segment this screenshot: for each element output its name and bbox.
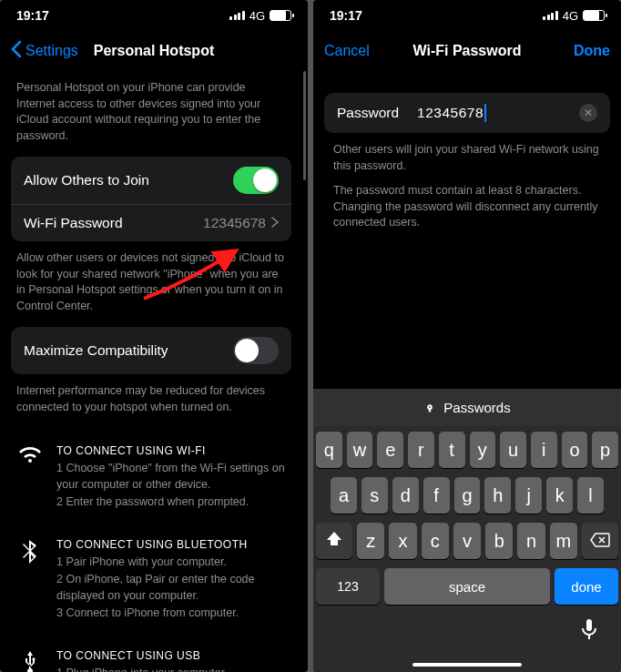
hotspot-intro-text: Personal Hotspot on your iPhone can prov…: [0, 71, 302, 157]
scroll-area[interactable]: Personal Hotspot on your iPhone can prov…: [0, 71, 308, 672]
key-w[interactable]: w: [347, 432, 373, 468]
key-e[interactable]: e: [377, 432, 403, 468]
key-icon: [423, 400, 436, 415]
key-u[interactable]: u: [500, 432, 526, 468]
key-y[interactable]: y: [470, 432, 496, 468]
instr-wifi-step1: 1 Choose "iPhone" from the Wi-Fi setting…: [56, 461, 286, 493]
password-desc-1: Other users will join your shared Wi-Fi …: [313, 133, 621, 183]
bluetooth-icon: [16, 538, 44, 624]
key-b[interactable]: b: [485, 523, 513, 559]
password-value: 12345678: [417, 105, 484, 121]
key-l[interactable]: l: [577, 477, 604, 514]
key-r[interactable]: r: [408, 432, 434, 468]
usb-icon: [16, 649, 44, 673]
done-button[interactable]: Done: [574, 43, 610, 59]
key-p[interactable]: p: [592, 432, 618, 468]
allow-others-label: Allow Others to Join: [24, 172, 149, 188]
keyboard-row-1: q w e r t y u i o p: [316, 432, 618, 468]
key-z[interactable]: z: [357, 523, 384, 559]
status-right: 4G: [543, 9, 605, 23]
screen-wifi-password-edit: 19:17 4G Cancel Wi-Fi Password Done Pass…: [313, 0, 621, 672]
key-v[interactable]: v: [453, 523, 481, 559]
nav-back-button[interactable]: Settings: [11, 41, 78, 61]
allow-others-cell[interactable]: Allow Others to Join: [11, 157, 291, 204]
instr-usb: TO CONNECT USING USB 1 Plug iPhone into …: [0, 633, 302, 673]
wifi-password-label: Wi-Fi Password: [24, 215, 123, 231]
key-n[interactable]: n: [517, 523, 545, 559]
instr-bt-step2: 2 On iPhone, tap Pair or enter the code …: [56, 572, 286, 604]
key-x[interactable]: x: [389, 523, 416, 559]
key-m[interactable]: m: [550, 523, 577, 559]
status-bar: 19:17 4G: [0, 0, 308, 31]
keyboard-suggestion-bar[interactable]: Passwords: [313, 389, 621, 426]
backspace-icon: [590, 531, 610, 552]
key-f[interactable]: f: [423, 477, 450, 514]
nav-bar: Cancel Wi-Fi Password Done: [313, 31, 621, 71]
instr-wifi: TO CONNECT USING WI-FI 1 Choose "iPhone"…: [0, 428, 302, 522]
allow-others-desc: Allow other users or devices not signed …: [0, 241, 302, 327]
scrollbar[interactable]: [303, 71, 306, 180]
signal-bars-icon: [543, 11, 558, 20]
instr-usb-step1: 1 Plug iPhone into your computer.: [56, 666, 286, 673]
key-i[interactable]: i: [531, 432, 557, 468]
home-indicator[interactable]: [412, 663, 522, 667]
key-o[interactable]: o: [562, 432, 588, 468]
instr-bt-title: TO CONNECT USING BLUETOOTH: [56, 538, 286, 551]
wifi-password-value: 12345678: [203, 215, 266, 231]
key-a[interactable]: a: [331, 477, 357, 514]
key-t[interactable]: t: [439, 432, 465, 468]
key-space[interactable]: space: [384, 568, 550, 605]
maxcompat-cell[interactable]: Maximize Compatibility: [11, 327, 291, 374]
key-s[interactable]: s: [361, 477, 388, 514]
keyboard-suggestion-label: Passwords: [443, 400, 510, 415]
status-time: 19:17: [330, 8, 362, 23]
keyboard-row-3: z x c v b n m: [316, 523, 618, 559]
key-q[interactable]: q: [316, 432, 342, 468]
chevron-left-icon: [11, 41, 22, 61]
nav-back-label: Settings: [25, 43, 78, 59]
key-done[interactable]: done: [555, 568, 618, 605]
password-field[interactable]: 12345678: [417, 104, 561, 122]
cancel-label: Cancel: [324, 43, 370, 59]
instr-wifi-title: TO CONNECT USING WI-FI: [56, 444, 286, 457]
dictation-button[interactable]: [581, 619, 597, 643]
instr-bluetooth: TO CONNECT USING BLUETOOTH 1 Pair iPhone…: [0, 522, 302, 633]
nav-bar: Settings Personal Hotspot: [0, 31, 308, 71]
network-type: 4G: [249, 9, 265, 23]
password-desc-2: The password must contain at least 8 cha…: [313, 183, 621, 240]
keyboard-bottom-row: 123 space done: [313, 568, 621, 605]
microphone-icon: [581, 626, 597, 642]
allow-others-toggle[interactable]: [233, 167, 279, 194]
key-g[interactable]: g: [454, 477, 481, 514]
battery-icon: [270, 10, 291, 21]
key-123[interactable]: 123: [316, 568, 380, 605]
battery-icon: [583, 10, 605, 21]
key-backspace[interactable]: [582, 523, 618, 559]
password-cell[interactable]: Password 12345678 ✕: [324, 93, 610, 133]
close-icon: ✕: [584, 107, 593, 119]
status-right: 4G: [229, 9, 291, 23]
hotspot-group: Allow Others to Join Wi-Fi Password 1234…: [11, 157, 291, 241]
cancel-button[interactable]: Cancel: [324, 43, 370, 59]
text-caret: [484, 104, 486, 122]
shift-icon: [326, 531, 342, 552]
wifi-icon: [16, 444, 44, 513]
network-type: 4G: [563, 9, 578, 23]
key-k[interactable]: k: [546, 477, 573, 514]
key-j[interactable]: j: [515, 477, 542, 514]
instr-bt-step1: 1 Pair iPhone with your computer.: [56, 555, 286, 571]
done-label: Done: [574, 43, 610, 59]
chevron-right-icon: [271, 215, 279, 231]
key-d[interactable]: d: [392, 477, 419, 514]
status-bar: 19:17 4G: [313, 0, 621, 31]
key-c[interactable]: c: [422, 523, 449, 559]
screen-hotspot-settings: 19:17 4G Settings Personal Hotspot Perso…: [0, 0, 308, 672]
instr-wifi-step2: 2 Enter the password when prompted.: [56, 494, 286, 511]
key-shift[interactable]: [316, 523, 352, 559]
key-h[interactable]: h: [484, 477, 511, 514]
maxcompat-toggle[interactable]: [233, 337, 279, 364]
maxcompat-desc: Internet performance may be reduced for …: [0, 374, 302, 428]
instr-bt-step3: 3 Connect to iPhone from computer.: [56, 606, 286, 622]
clear-text-button[interactable]: ✕: [579, 104, 597, 122]
wifi-password-cell[interactable]: Wi-Fi Password 12345678: [11, 204, 291, 241]
